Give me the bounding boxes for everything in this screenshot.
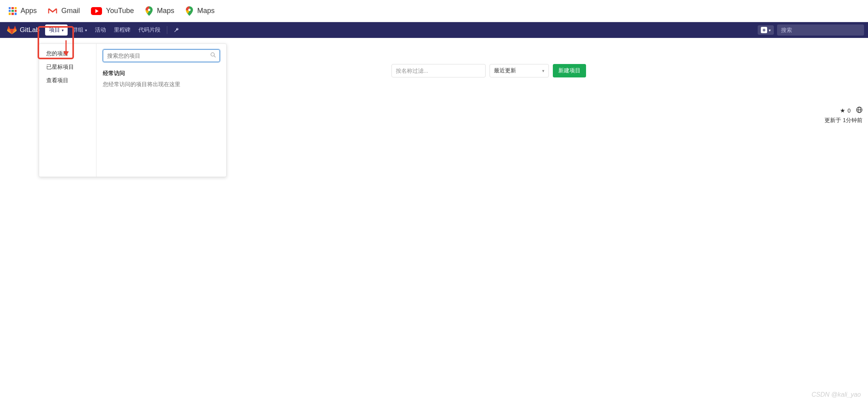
apps-grid-icon xyxy=(9,7,17,15)
nav-activity-label: 活动 xyxy=(95,26,106,34)
chevron-down-icon: ▾ xyxy=(769,28,771,32)
bookmarks-bar: Apps Gmail YouTube Maps Maps xyxy=(0,0,868,22)
gmail-icon xyxy=(48,8,57,15)
nav-snippets-label: 代码片段 xyxy=(138,26,161,34)
nav-groups-label: 群组 xyxy=(72,26,83,34)
bookmark-maps1-label: Maps xyxy=(157,7,174,15)
gitlab-navbar: GitLab 项目 ▾ 群组 ▾ 活动 里程碑 代码片段 + ▾ xyxy=(0,22,868,38)
bookmark-apps[interactable]: Apps xyxy=(3,4,42,17)
new-dropdown-button[interactable]: + ▾ xyxy=(758,25,774,35)
plus-icon: + xyxy=(761,27,767,33)
wrench-icon xyxy=(174,27,180,33)
nav-milestones[interactable]: 里程碑 xyxy=(110,24,134,36)
bookmark-apps-label: Apps xyxy=(21,7,37,15)
nav-snippets[interactable]: 代码片段 xyxy=(134,24,165,36)
svg-point-0 xyxy=(148,9,150,11)
bookmark-maps-2[interactable]: Maps xyxy=(180,4,220,18)
gitlab-icon xyxy=(7,26,17,34)
svg-point-1 xyxy=(188,9,191,11)
global-search-input[interactable] xyxy=(781,27,860,33)
bookmark-gmail[interactable]: Gmail xyxy=(42,4,85,17)
nav-admin-wrench[interactable] xyxy=(170,25,183,36)
nav-projects[interactable]: 项目 ▾ xyxy=(45,24,68,36)
maps-pin-icon xyxy=(185,6,193,16)
youtube-icon xyxy=(91,7,102,15)
nav-groups[interactable]: 群组 ▾ xyxy=(68,24,91,36)
bookmark-maps-1[interactable]: Maps xyxy=(140,4,180,18)
nav-items: 项目 ▾ 群组 ▾ 活动 里程碑 代码片段 xyxy=(44,24,183,36)
gitlab-logo[interactable]: GitLab xyxy=(4,26,43,34)
global-search[interactable] xyxy=(777,24,864,36)
nav-activity[interactable]: 活动 xyxy=(91,24,110,36)
brand-name: GitLab xyxy=(20,26,40,34)
nav-divider xyxy=(167,26,167,34)
maps-pin-icon xyxy=(145,6,153,16)
chevron-down-icon: ▾ xyxy=(85,28,87,32)
bookmark-gmail-label: Gmail xyxy=(61,7,80,15)
nav-projects-label: 项目 xyxy=(49,26,60,34)
chevron-down-icon: ▾ xyxy=(62,28,64,32)
bookmark-maps2-label: Maps xyxy=(197,7,215,15)
bookmark-youtube[interactable]: YouTube xyxy=(85,4,140,17)
nav-milestones-label: 里程碑 xyxy=(114,26,130,34)
bookmark-youtube-label: YouTube xyxy=(106,7,134,15)
nav-right: + ▾ xyxy=(758,24,864,36)
